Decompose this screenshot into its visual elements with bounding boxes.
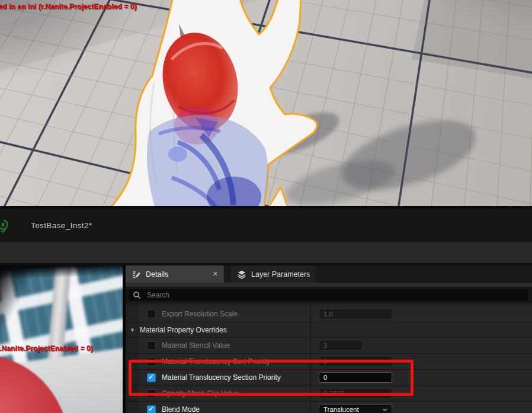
row-opacity-mask-clip-value: Opacity Mask Clip Value 0.3333 — [126, 386, 532, 402]
override-checkbox-checked[interactable]: ✓ — [147, 373, 156, 382]
override-checkbox[interactable] — [147, 309, 156, 318]
panel-tab-bar: Details ✕ Layer Parameters — [126, 265, 532, 283]
property-label: Blend Mode — [162, 405, 200, 413]
row-material-translucency-section-priority: ✓ Material Translucency Section Priority… — [126, 370, 532, 386]
toolbar-strip — [0, 242, 532, 263]
tab-underline-strip — [126, 283, 532, 287]
property-value-field[interactable]: 0 — [319, 372, 392, 383]
chevron-down-icon: ⌄ — [380, 403, 389, 413]
search-row — [126, 287, 532, 303]
override-checkbox-checked[interactable]: ✓ — [147, 405, 156, 413]
unreal-editor-window: led in an ini (r.Nanite.ProjectEnabled =… — [0, 0, 532, 413]
character-foot-piece — [268, 187, 288, 209]
material-preview-viewport[interactable]: r.Nanite.ProjectEnabled = 0) — [0, 265, 123, 413]
property-label: Material Stencil Value — [162, 341, 230, 350]
blend-mode-dropdown[interactable]: Translucent ⌄ — [319, 404, 392, 413]
level-viewport[interactable]: led in an ini (r.Nanite.ProjectEnabled =… — [0, 0, 532, 209]
override-checkbox[interactable] — [147, 389, 156, 398]
floor-grid — [0, 0, 532, 209]
search-icon — [133, 291, 141, 299]
tab-details[interactable]: Details ✕ — [126, 265, 224, 283]
property-label: Export Resolution Scale — [162, 310, 238, 318]
check-icon: ✓ — [148, 405, 154, 413]
asset-name: TestBase_Inst2* — [31, 221, 92, 230]
search-input[interactable] — [146, 290, 488, 300]
close-icon[interactable]: ✕ — [208, 270, 218, 278]
search-field[interactable] — [129, 289, 528, 301]
category-label: Material Property Overrides — [140, 326, 227, 334]
details-panel: Details ✕ Layer Parameters — [126, 265, 532, 413]
property-label: Opacity Mask Clip Value — [162, 389, 239, 398]
property-value-field[interactable]: 0.3333 — [319, 388, 392, 399]
tab-layer-parameters[interactable]: Layer Parameters — [231, 265, 316, 283]
dropdown-selected-value: Translucent — [323, 404, 359, 413]
property-value-field[interactable]: 0 — [319, 356, 392, 367]
property-value-field[interactable]: 3 — [319, 340, 363, 351]
tab-label: Layer Parameters — [251, 270, 310, 278]
name-value-column-divider[interactable] — [310, 303, 311, 413]
material-instance-icon — [0, 219, 11, 235]
row-material-translucency-sort-priority: Material Translucency Sort Priority 0 — [126, 354, 532, 370]
property-value-field[interactable]: 1.0 — [319, 309, 392, 319]
tab-label: Details — [146, 270, 168, 278]
row-export-resolution-scale: Export Resolution Scale 1.0 — [126, 306, 532, 322]
details-icon — [132, 270, 141, 279]
category-material-property-overrides[interactable]: ▼ Material Property Overrides — [126, 322, 532, 338]
row-material-stencil-value: Material Stencil Value 3 — [126, 338, 532, 354]
asset-title-bar: TestBase_Inst2* — [0, 209, 532, 242]
indent-rail — [126, 303, 139, 413]
row-blend-mode: ✓ Blend Mode Translucent ⌄ — [126, 402, 532, 413]
override-checkbox[interactable] — [147, 357, 156, 366]
nanite-warning-text: led in an ini (r.Nanite.ProjectEnabled =… — [0, 2, 137, 11]
check-icon: ✓ — [148, 373, 154, 381]
override-checkbox[interactable] — [147, 341, 156, 350]
nanite-warning-text-preview: r.Nanite.ProjectEnabled = 0) — [0, 344, 93, 353]
property-rows: Export Resolution Scale 1.0 ▼ Material P… — [126, 303, 532, 413]
property-label: Material Translucency Sort Priority — [162, 357, 270, 366]
property-label: Material Translucency Section Priority — [162, 373, 281, 382]
layers-icon — [237, 270, 246, 279]
